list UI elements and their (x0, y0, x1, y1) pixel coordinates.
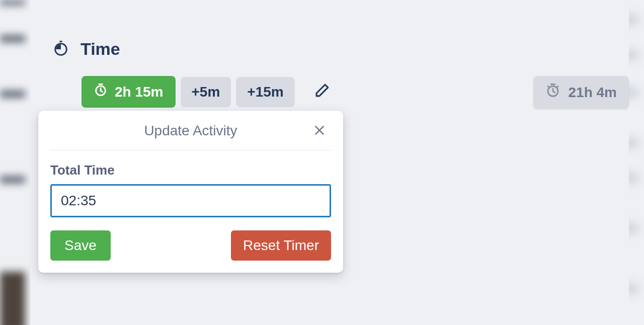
popover-title: Update Activity (144, 123, 237, 139)
total-time-label: 21h 4m (569, 85, 617, 101)
popover-actions: Save Reset Timer (50, 230, 331, 261)
close-icon (313, 124, 326, 139)
timer-toggle-button[interactable]: 2h 15m (82, 76, 176, 108)
stopwatch-run-icon (94, 83, 108, 101)
add-15m-button[interactable]: +15m (236, 77, 294, 107)
popover-header: Update Activity (50, 123, 331, 150)
time-section: Time 2h 15m +5m +15m (30, 0, 629, 108)
stopwatch-total-icon (545, 83, 560, 102)
stopwatch-icon (52, 41, 69, 58)
timer-current-label: 2h 15m (115, 84, 164, 100)
add-5m-button[interactable]: +5m (181, 77, 231, 107)
section-title: Time (80, 39, 120, 59)
timer-controls-row: 2h 15m +5m +15m 21h 4m (52, 76, 629, 108)
close-button[interactable] (311, 122, 328, 141)
total-time-input[interactable] (50, 184, 331, 217)
pencil-icon (313, 83, 330, 101)
update-activity-popover: Update Activity Total Time Save Reset Ti… (38, 111, 343, 273)
total-time-badge: 21h 4m (533, 76, 629, 109)
save-button[interactable]: Save (50, 230, 111, 261)
section-header: Time (52, 39, 629, 59)
svg-rect-0 (59, 41, 62, 42)
edit-time-button[interactable] (308, 78, 335, 105)
total-time-label: Total Time (50, 162, 331, 178)
reset-timer-button[interactable]: Reset Timer (231, 230, 331, 261)
